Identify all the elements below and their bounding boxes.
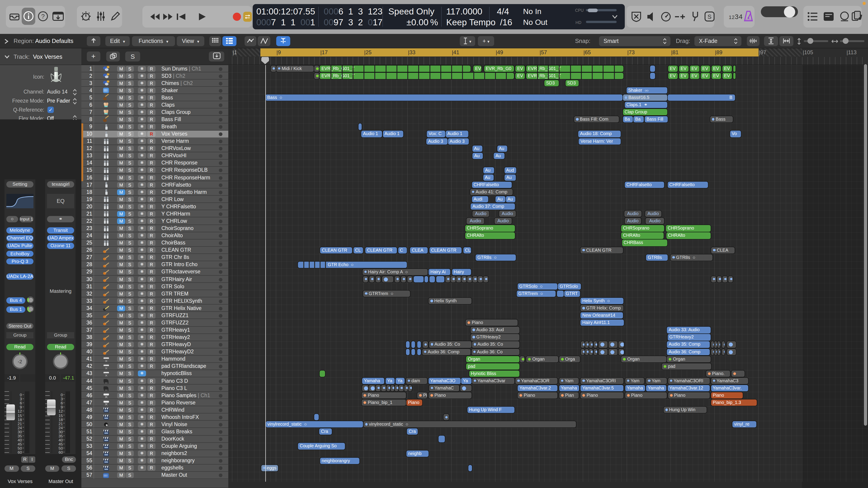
svg-text:?: ? (41, 13, 45, 20)
svg-text:S: S (708, 13, 711, 20)
